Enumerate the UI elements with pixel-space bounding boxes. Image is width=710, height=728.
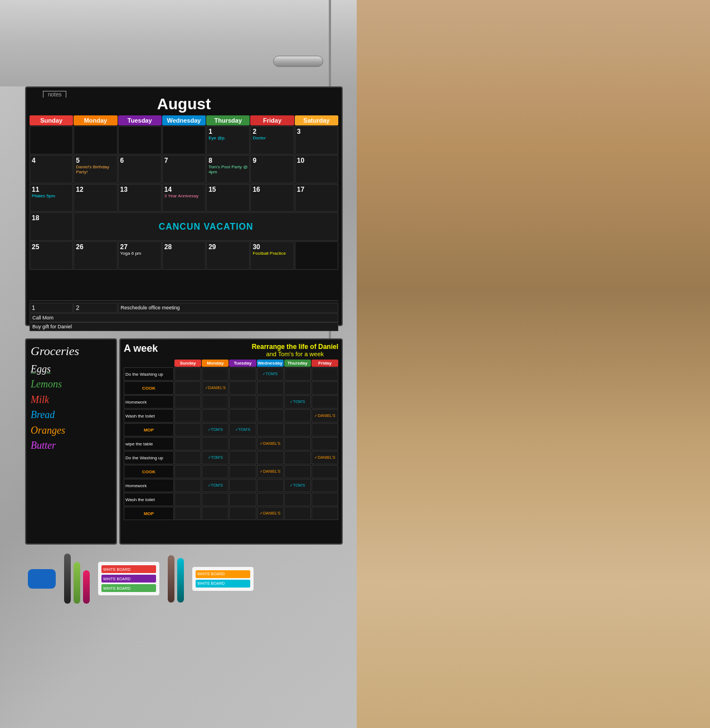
task-cell: [229, 437, 256, 450]
task-cell: [229, 451, 256, 464]
task-cell-check: ✓DANIEL'S: [257, 437, 284, 450]
marker-label-cyan: WHITE BOARD: [196, 580, 250, 588]
task-cell: [229, 367, 256, 381]
cal-cell-16: 16: [250, 184, 294, 212]
cal-num: 18: [32, 214, 71, 222]
task-cell: [229, 381, 256, 395]
cal-cell-7: 7: [162, 155, 206, 183]
task-cell: [284, 507, 311, 520]
task-cell-check: ✓TOM'S: [202, 423, 228, 436]
cal-num: 7: [164, 157, 203, 164]
markers-area: WHITE BOARD WHITE BOARD WHITE BOARD WHIT…: [25, 551, 343, 606]
day-wednesday: Wednesday: [162, 115, 206, 125]
task-cell-check: ✓TOM'S: [229, 423, 256, 436]
task-cell: [312, 423, 338, 436]
task-cell: [174, 437, 201, 450]
task-cell: [202, 465, 228, 478]
cal-num: 13: [120, 186, 159, 193]
cal-cell-11: 11 Pilates 5pm: [30, 184, 73, 212]
task-cell: [174, 395, 201, 409]
task-wipe-table: wipe the table: [124, 437, 174, 450]
marker-green: [74, 562, 80, 604]
cal-num: 27: [120, 243, 159, 251]
task-cell: [257, 451, 284, 464]
cal-cell-2: 2 Doctor: [250, 126, 294, 154]
task-cell: [174, 507, 201, 520]
cal-num: 9: [252, 157, 291, 164]
grocery-oranges: Oranges: [31, 424, 111, 437]
calendar-grid: 1 Eye @p. 2 Doctor 3 4 5 Daniel's Birthd…: [30, 126, 338, 299]
task-cell: [312, 507, 338, 520]
week-day-thu: Thursday: [284, 360, 311, 367]
calendar-board: notes August Sunday Monday Tuesday Wedne…: [25, 86, 343, 326]
marker-label-red: WHITE BOARD: [101, 565, 156, 573]
grocery-eggs: Eggs: [31, 363, 111, 376]
task-cell-check: ✓TOM'S: [257, 367, 284, 381]
task-cell: [229, 409, 256, 423]
marker-label-purple: WHITE BOARD: [101, 575, 156, 583]
marker-brown: [168, 555, 174, 603]
cal-cell-10: 10: [295, 155, 338, 183]
grocery-milk: Milk: [31, 394, 111, 406]
cal-num: 6: [120, 157, 159, 164]
task-cell-check: ✓DANIEL'S: [202, 381, 228, 395]
task-cell: [202, 409, 228, 423]
week-day-fri: Friday: [312, 360, 338, 367]
cal-num: 16: [252, 186, 291, 193]
markers-group-2: [168, 555, 184, 603]
cal-event: Daniel's Birthday Party!: [76, 164, 115, 175]
week-day-tue: Tuesday: [229, 360, 256, 367]
notes-date-1: 1: [30, 303, 73, 313]
cal-cell-5: 5 Daniel's Birthday Party!: [74, 155, 117, 183]
task-cell-check: ✓DANIEL'S: [312, 409, 338, 423]
task-cell: [284, 465, 311, 478]
task-cell: [284, 381, 311, 395]
calendar-days-header: Sunday Monday Tuesday Wednesday Thursday…: [30, 115, 338, 125]
cal-cell-30: 30 Football Practice: [250, 241, 294, 270]
marker-pack-2: WHITE BOARD WHITE BOARD: [192, 567, 254, 591]
cal-event: Pilates 5pm: [32, 193, 71, 199]
cal-num: 10: [297, 157, 336, 164]
task-washing-up-1: Do the Washing up: [124, 367, 174, 381]
task-homework-1: Homework: [124, 395, 174, 409]
calendar-notes-area: 1 2 Reschedule office meeting Call Mom B…: [30, 300, 338, 331]
task-cell-check: ✓DANIEL'S: [257, 465, 284, 478]
task-cell: [284, 451, 311, 464]
weekly-title-main: A week: [124, 343, 158, 355]
cal-cell-15: 15: [206, 184, 250, 212]
cal-num: 26: [76, 243, 115, 251]
cal-event: Eye @p.: [208, 135, 247, 141]
vacation-label: CANCUN VACATION: [159, 222, 254, 232]
cal-cell-29: 29: [206, 241, 250, 270]
task-cell: [312, 395, 338, 409]
cal-cell-8: 8 Tom's Pool Party @ 4pm: [206, 155, 250, 183]
cal-cell-9: 9: [250, 155, 294, 183]
task-cell-check: ✓TOM'S: [202, 451, 228, 464]
task-cell: [202, 395, 228, 409]
day-tuesday: Tuesday: [118, 115, 162, 125]
task-cell: [229, 507, 256, 520]
cal-num: 14: [164, 186, 203, 193]
week-days-header: Sunday Monday Tuesday Wednesday Thursday…: [124, 360, 338, 367]
task-cook-2: COOK: [124, 465, 174, 478]
marker-label-green: WHITE BOARD: [101, 584, 156, 592]
task-cell: [257, 409, 284, 423]
groceries-panel: Groceries Eggs Lemons Milk Bread Oranges…: [25, 338, 117, 545]
bottom-panels: Groceries Eggs Lemons Milk Bread Oranges…: [25, 338, 343, 545]
cal-num: 25: [32, 243, 71, 251]
cal-event: Tom's Pool Party @ 4pm: [208, 164, 247, 175]
cal-cell-empty: [30, 126, 73, 154]
marker-black: [64, 554, 71, 604]
cal-cell-empty: [162, 126, 206, 154]
task-cell: [284, 409, 311, 423]
task-cell: [312, 381, 338, 395]
cal-num: 12: [76, 186, 115, 193]
task-cell: [174, 479, 201, 492]
cal-cell-18: 18: [30, 212, 73, 241]
task-wash-toilet-1: Wash the toilet: [124, 409, 174, 423]
cal-cell-13: 13: [118, 184, 162, 212]
task-cell: [202, 367, 228, 381]
task-cell: [229, 493, 256, 506]
cal-num: 4: [32, 157, 71, 164]
task-cell: [312, 493, 338, 506]
